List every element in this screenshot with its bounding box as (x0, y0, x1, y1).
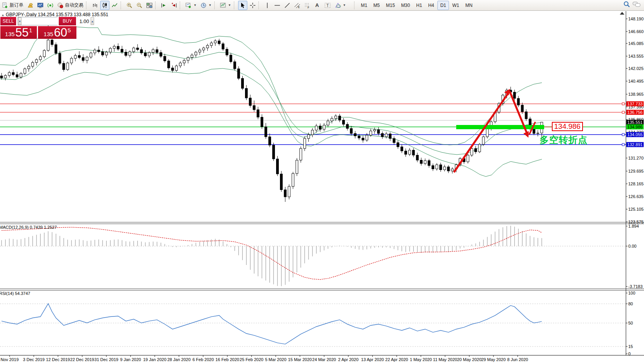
buy-price-button[interactable]: 135605 (38, 26, 76, 39)
price-tick: 146.660 (628, 29, 644, 34)
candle-body (187, 58, 189, 61)
date-tick: 1 May 2020 (410, 357, 432, 362)
line-handle[interactable] (622, 133, 624, 136)
macd-scale-tick: 0.00 (628, 244, 636, 248)
date-tick: 24 Mar 2020 (312, 357, 336, 362)
candle-body (315, 126, 318, 130)
candle-body (354, 133, 356, 136)
candle-body (272, 145, 275, 159)
rsi-label: RSI(14) 54.3747 (0, 291, 30, 296)
candle-body (249, 98, 252, 106)
candle-body (280, 174, 283, 190)
candle-body (233, 62, 236, 68)
candle-body (416, 155, 419, 160)
chart-title: ▲GBPJPY-,Daily 134.254 135.573 133.488 1… (1, 12, 108, 17)
date-tick: 25 Feb 2020 (240, 357, 263, 362)
candle-body (346, 124, 349, 128)
price-tick: 140.495 (628, 79, 644, 83)
buy-price-point: 5 (68, 27, 71, 33)
candle-body (74, 55, 76, 58)
turning-point-annotation[interactable]: 多空转折点 (540, 134, 588, 146)
candle-body (156, 50, 158, 53)
volume-decrease-button[interactable]: ▼ (18, 17, 22, 25)
scroll-to-end-marker[interactable] (620, 12, 624, 15)
candle-body (20, 73, 22, 77)
line-handle[interactable] (622, 111, 624, 113)
buy-price-big-figure: 135 (44, 31, 53, 37)
sell-button[interactable]: SELL (0, 17, 16, 25)
candle-body (78, 55, 80, 57)
candle-body (191, 55, 193, 58)
terminal-window: 新订单 自动交易 (0, 0, 644, 363)
candle-body (377, 130, 380, 133)
candle-body (206, 45, 209, 48)
buy-button[interactable]: BUY (59, 17, 76, 25)
candle-body (366, 135, 368, 140)
candle-body (475, 148, 477, 152)
rsi-scale-tick: 50 (628, 321, 633, 325)
candle-body (513, 92, 516, 98)
trend-arrow-line[interactable] (454, 91, 510, 172)
candle-body (261, 117, 263, 127)
candle-body (31, 63, 34, 67)
candle-body (98, 50, 100, 52)
candle-body (12, 73, 14, 75)
candle-body (148, 53, 151, 56)
candle-body (362, 138, 364, 140)
candle-body (94, 50, 96, 53)
buy-price-pips: 60 (54, 27, 67, 38)
chart-marker-icon: ▲ (1, 13, 5, 17)
candle-body (401, 147, 403, 151)
macd-signal-line (2, 227, 542, 280)
sell-price-pips: 55 (15, 27, 28, 38)
volume-input[interactable] (22, 17, 91, 25)
candle-body (195, 52, 197, 55)
candle-body (338, 116, 341, 120)
chart-plot[interactable] (0, 0, 644, 363)
rsi-line (2, 304, 542, 344)
date-tick: 11 May 2020 (433, 357, 457, 362)
candle-body (253, 105, 255, 110)
date-tick: 2 Apr 2020 (338, 357, 358, 362)
price-badge: 137.733 (626, 102, 644, 107)
price-tick: 148.190 (628, 17, 644, 21)
date-tick: 29 May 2020 (481, 357, 506, 362)
candle-body (28, 66, 30, 69)
candle-body (129, 52, 131, 55)
candle-body (105, 52, 108, 55)
sell-price-button[interactable]: 135551 (0, 26, 37, 39)
chart-symbol: GBPJPY-,Daily (6, 12, 36, 17)
level-annotation[interactable]: 134.986 (552, 122, 583, 131)
candle-body (467, 155, 469, 162)
line-handle[interactable] (622, 143, 624, 146)
price-tick: 143.555 (628, 54, 644, 58)
volume-increase-button[interactable]: ▲ (91, 17, 94, 25)
date-tick: 22 Apr 2020 (385, 357, 408, 362)
date-tick: 5 Mar 2020 (265, 357, 286, 362)
candle-body (409, 150, 411, 154)
date-tick: 19 Jan 2020 (143, 357, 167, 362)
rsi-scale-tick: 100 (628, 291, 635, 295)
date-tick: 16 Feb 2020 (215, 357, 239, 362)
candle-body (525, 112, 527, 119)
line-handle[interactable] (622, 103, 624, 105)
candle-body (350, 128, 353, 133)
candle-body (70, 58, 73, 63)
candle-body (381, 133, 384, 137)
candle-body (327, 121, 329, 125)
price-badge: 136.756 (626, 110, 644, 115)
candle-body (218, 41, 220, 44)
candle-body (311, 130, 314, 135)
date-tick: Nov 2019 (0, 357, 18, 362)
rsi-scale-tick: 0 (628, 351, 631, 356)
candle-body (113, 46, 115, 48)
candle-body (121, 49, 123, 52)
support-highlight-bar[interactable] (456, 125, 544, 129)
chart-ohlc: 134.254 135.573 133.488 135.551 (38, 12, 109, 17)
price-badge: 132.891 (626, 142, 644, 147)
candle-body (300, 148, 302, 160)
candle-body (125, 52, 127, 55)
candle-body (323, 125, 325, 129)
candle-body (164, 56, 166, 61)
candle-body (303, 138, 306, 148)
